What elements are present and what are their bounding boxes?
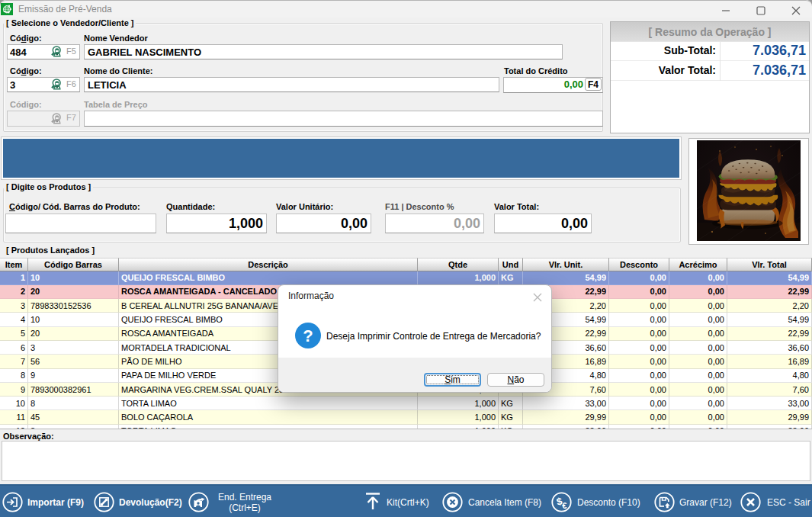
svg-text:?: ? — [303, 326, 313, 345]
svg-text:€: € — [562, 501, 566, 510]
